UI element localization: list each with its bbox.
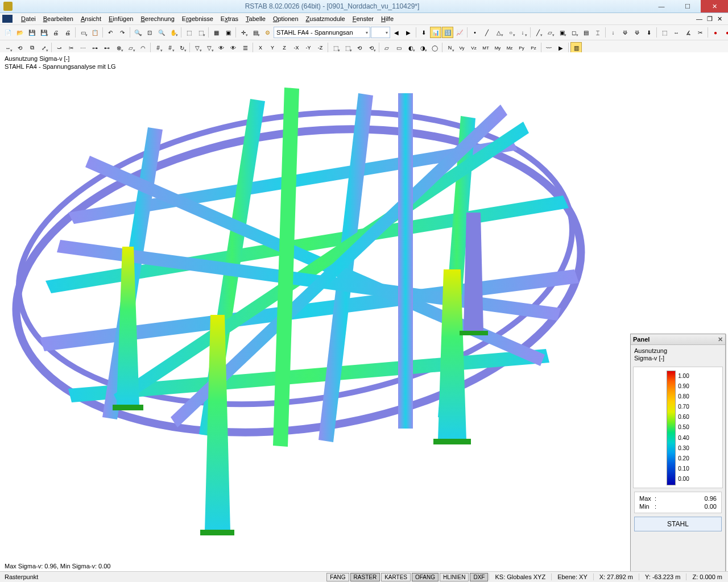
result-py-icon[interactable]: Py [516, 42, 527, 53]
module-combo[interactable]: STAHL FA4 - Spannungsan [274, 27, 370, 38]
panel-toggle-icon[interactable]: ▥ [570, 42, 582, 53]
panel-header[interactable]: Panel ✕ [631, 334, 725, 345]
select-icon[interactable]: ▭ [77, 27, 89, 38]
transparent-icon[interactable]: ◯ [429, 42, 440, 53]
next-case-icon[interactable]: ▶ [403, 27, 414, 38]
select-box-icon[interactable]: ⬚ [659, 27, 670, 38]
animate-icon[interactable]: ▶ [555, 42, 566, 53]
mdi-minimize-icon[interactable]: — [696, 15, 702, 23]
result-n-icon[interactable]: N [444, 42, 456, 53]
workplane-icon[interactable]: ▤ [250, 27, 261, 38]
axis-neg-y-icon[interactable]: -Y [303, 42, 314, 53]
trim-icon[interactable]: ✂ [65, 42, 77, 53]
menu-einfuegen[interactable]: Einfügen [105, 14, 136, 23]
calc-icon[interactable]: ⚙ [262, 27, 273, 38]
perspective-icon[interactable]: ▱ [381, 42, 392, 53]
result-pz-icon[interactable]: Pz [528, 42, 539, 53]
offset-icon[interactable]: ▱ [125, 42, 136, 53]
angle-icon[interactable]: ∡ [682, 27, 694, 38]
solid-icon[interactable]: ▣ [222, 27, 234, 38]
hinge-icon[interactable]: ○ [505, 27, 516, 38]
status-hlinien[interactable]: HLINIEN [440, 573, 469, 581]
stahl-button[interactable]: STAHL [634, 517, 722, 531]
result-my-icon[interactable]: My [492, 42, 503, 53]
maximize-button[interactable]: ☐ [675, 0, 701, 13]
save-icon[interactable]: 💾 [26, 27, 38, 38]
open-icon[interactable]: 📂 [14, 27, 26, 38]
undo-icon[interactable]: ↶ [105, 27, 116, 38]
menu-fenster[interactable]: Fenster [349, 14, 377, 23]
member-load-icon[interactable]: ⟱ [619, 27, 631, 38]
result-vy-icon[interactable]: Vy [456, 42, 468, 53]
menu-berechnung[interactable]: Berechnung [137, 14, 177, 23]
axis-y-icon[interactable]: Y [267, 42, 278, 53]
menu-tabelle[interactable]: Tabelle [242, 14, 269, 23]
axis-z-icon[interactable]: Z [279, 42, 290, 53]
line-load-icon[interactable]: ⟱ [631, 27, 643, 38]
mdi-restore-icon[interactable]: ❐ [707, 15, 713, 23]
line-icon[interactable]: ╱ [532, 27, 544, 38]
divide-icon[interactable]: ⋯ [77, 42, 89, 53]
view-iso-icon[interactable]: ⬚ [183, 27, 195, 38]
panel-close-icon[interactable]: ✕ [718, 336, 723, 343]
join-icon[interactable]: ⊷ [101, 42, 113, 53]
save-as-icon[interactable]: 💾 [38, 27, 49, 38]
number-members-icon[interactable]: # [164, 42, 176, 53]
menu-zusatzmodule[interactable]: Zusatzmodule [303, 14, 349, 23]
parallel-icon[interactable]: ▭ [393, 42, 404, 53]
copy-icon[interactable]: 📋 [89, 27, 101, 38]
pan-icon[interactable]: ✋ [168, 27, 179, 38]
show-loads-icon[interactable]: ⬇ [418, 27, 429, 38]
deform-icon[interactable]: 〰 [543, 42, 555, 53]
filter1-icon[interactable]: ▽ [192, 42, 203, 53]
result-mz-icon[interactable]: Mz [504, 42, 515, 53]
layers-icon[interactable]: ☰ [239, 42, 251, 53]
surface-load-icon[interactable]: ⬇ [643, 27, 655, 38]
zoom-all-icon[interactable]: ⊡ [144, 27, 155, 38]
case-combo[interactable] [371, 27, 390, 38]
menu-ansicht[interactable]: Ansicht [77, 14, 105, 23]
status-raster[interactable]: RASTER [350, 573, 380, 581]
minimize-button[interactable]: — [648, 0, 675, 13]
scale-icon[interactable]: ⤢ [38, 42, 49, 53]
load-icon[interactable]: ↓ [517, 27, 528, 38]
zoom-prev-icon[interactable]: 🔍 [156, 27, 167, 38]
member-icon[interactable]: ╱ [481, 27, 493, 38]
show-values-icon[interactable]: 🔢 [442, 27, 453, 38]
visibility-icon[interactable]: 👁 [228, 42, 239, 53]
mirror-icon[interactable]: ⧉ [26, 42, 38, 53]
print-icon[interactable]: 🖨 [50, 27, 61, 38]
iso2-icon[interactable]: ⬚ [342, 42, 353, 53]
ucs-icon[interactable]: ✛ [238, 27, 249, 38]
clip-icon[interactable]: ✂ [694, 27, 706, 38]
show-hide-icon[interactable]: 👁 [216, 42, 227, 53]
mdi-close-icon[interactable]: ✕ [717, 15, 722, 23]
rotate-view-icon[interactable]: ⟲ [354, 42, 365, 53]
fillet-icon[interactable]: ◠ [137, 42, 148, 53]
number-nodes-icon[interactable]: # [152, 42, 164, 53]
status-fang[interactable]: FANG [326, 573, 349, 581]
red1-icon[interactable]: ● [710, 27, 721, 38]
surface-icon[interactable]: ▱ [544, 27, 556, 38]
print-preview-icon[interactable]: 🖨 [62, 27, 73, 38]
menu-ergebnisse[interactable]: Ergebnisse [179, 14, 217, 23]
new-icon[interactable]: 📄 [2, 27, 14, 38]
red2-icon[interactable]: ● [722, 27, 728, 38]
prev-case-icon[interactable]: ◀ [391, 27, 402, 38]
show-results-icon[interactable]: 📊 [430, 27, 441, 38]
result-vz-icon[interactable]: Vz [468, 42, 479, 53]
support-icon[interactable]: △ [493, 27, 504, 38]
view-x-icon[interactable]: ⬚ [195, 27, 206, 38]
zoom-window-icon[interactable]: 🔍 [132, 27, 143, 38]
set-icon[interactable]: ▤ [580, 27, 592, 38]
axis-neg-z-icon[interactable]: -Z [315, 42, 326, 53]
menu-optionen[interactable]: Optionen [270, 14, 302, 23]
result-mt-icon[interactable]: MT [480, 42, 491, 53]
iso1-icon[interactable]: ⬚ [330, 42, 341, 53]
close-button[interactable]: ✕ [701, 0, 728, 13]
filter2-icon[interactable]: ▽ [204, 42, 215, 53]
render-icon[interactable]: ◐ [405, 42, 416, 53]
redo-icon[interactable]: ↷ [117, 27, 128, 38]
diagram-icon[interactable]: 📈 [454, 27, 465, 38]
distance-icon[interactable]: ↔ [671, 27, 682, 38]
